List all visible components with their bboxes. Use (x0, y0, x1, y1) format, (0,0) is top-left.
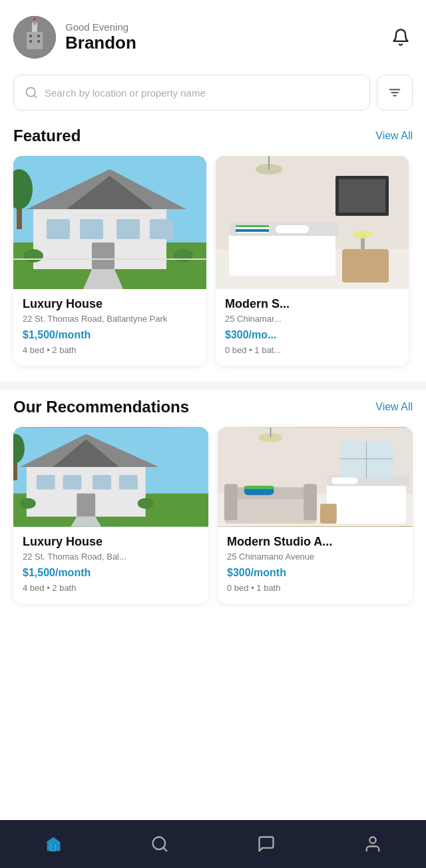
search-bar[interactable]: Search by location or property name (13, 75, 370, 111)
svg-rect-50 (37, 475, 55, 490)
notification-bell[interactable] (389, 25, 413, 49)
svg-rect-19 (47, 219, 70, 239)
svg-rect-2 (27, 32, 43, 49)
search-icon (25, 86, 38, 99)
filter-button[interactable] (377, 75, 413, 111)
featured-card-1-info: Luxury House 22 St. Thomas Road, Ballant… (13, 289, 206, 366)
rec-card-1-address: 22 St. Thomas Road, Bal... (23, 552, 199, 562)
svg-point-27 (23, 249, 43, 262)
recommendations-view-all[interactable]: View All (375, 401, 413, 413)
svg-rect-42 (342, 249, 389, 282)
rec-card-1[interactable]: Luxury House 22 St. Thomas Road, Bal... … (13, 427, 208, 604)
featured-title: Featured (13, 127, 81, 145)
svg-rect-5 (29, 40, 32, 43)
svg-rect-39 (236, 225, 269, 227)
profile-icon (363, 835, 382, 853)
featured-section-header: Featured View All (0, 121, 426, 156)
svg-rect-37 (276, 225, 309, 233)
featured-card-2-info: Modern S... 25 Chinamar... $300/mo... 0 … (216, 289, 409, 366)
svg-rect-41 (339, 179, 385, 213)
svg-rect-4 (37, 35, 40, 37)
message-icon (257, 835, 276, 853)
rec-card-1-title: Luxury House (23, 535, 199, 549)
featured-card-1[interactable]: Luxury House 22 St. Thomas Road, Ballant… (13, 156, 206, 366)
rec-card-2-details: 0 bed • 1 bath (227, 583, 403, 593)
recommendations-grid: Luxury House 22 St. Thomas Road, Bal... … (0, 427, 426, 670)
svg-point-44 (353, 230, 373, 238)
featured-card-1-title: Luxury House (23, 297, 197, 311)
svg-rect-51 (63, 475, 81, 490)
svg-rect-6 (37, 40, 40, 43)
svg-point-58 (20, 498, 36, 509)
svg-rect-76 (320, 504, 337, 524)
greeting-wrap: Good Evening Brandon (65, 21, 136, 53)
svg-rect-53 (119, 475, 138, 490)
svg-rect-70 (327, 480, 406, 524)
rec-card-1-price: $1,500/month (23, 567, 199, 579)
header: Good Evening Brandon (0, 0, 426, 69)
svg-line-10 (34, 95, 37, 98)
rec-card-1-image (13, 427, 208, 527)
svg-rect-67 (304, 484, 317, 520)
nav-profile[interactable] (320, 835, 426, 853)
featured-card-1-details: 4 bed • 2 bath (23, 345, 197, 355)
search-placeholder-text: Search by location or property name (45, 87, 206, 99)
featured-card-2-title: Modern S... (225, 297, 399, 311)
svg-rect-38 (236, 229, 269, 232)
search-nav-icon (150, 835, 169, 853)
bottom-nav (0, 820, 426, 868)
svg-line-78 (163, 847, 166, 851)
featured-card-2-image (216, 156, 409, 289)
featured-scroll: Luxury House 22 St. Thomas Road, Ballant… (0, 156, 426, 379)
svg-rect-34 (229, 229, 335, 276)
featured-card-2-details: 0 bed • 1 bat... (225, 345, 399, 355)
svg-rect-20 (80, 219, 103, 239)
svg-point-8 (33, 18, 36, 21)
home-icon (44, 835, 63, 853)
svg-rect-22 (150, 219, 173, 239)
filter-icon (387, 85, 402, 100)
rec-card-1-details: 4 bed • 2 bath (23, 583, 199, 593)
svg-point-79 (369, 837, 375, 843)
header-left: Good Evening Brandon (13, 16, 136, 59)
rec-card-2-info: Modern Studio A... 25 Chinamano Avenue $… (218, 527, 413, 604)
svg-rect-66 (224, 484, 238, 520)
svg-rect-3 (29, 35, 32, 37)
recommendations-title: Our Recommendations (13, 398, 189, 416)
svg-rect-54 (77, 494, 95, 517)
featured-view-all[interactable]: View All (375, 130, 413, 142)
nav-messages[interactable] (213, 835, 320, 853)
svg-point-28 (173, 249, 193, 262)
svg-rect-52 (93, 475, 111, 490)
svg-rect-23 (92, 242, 114, 269)
search-row: Search by location or property name (0, 69, 426, 121)
svg-rect-72 (331, 477, 358, 484)
featured-card-2-address: 25 Chinamar... (225, 314, 399, 324)
nav-search[interactable] (106, 835, 213, 853)
greeting-sub: Good Evening (65, 21, 136, 33)
nav-home[interactable] (0, 835, 106, 853)
svg-rect-69 (244, 486, 274, 489)
rec-card-2-price: $300/month (227, 567, 403, 579)
featured-card-2-price: $300/mo... (225, 329, 399, 341)
rec-card-2-title: Modern Studio A... (227, 535, 403, 549)
recommendations-section-header: Our Recommendations View All (0, 392, 426, 427)
svg-rect-21 (116, 219, 140, 239)
featured-card-2[interactable]: Modern S... 25 Chinamar... $300/mo... 0 … (216, 156, 409, 366)
section-separator (0, 382, 426, 390)
featured-card-1-price: $1,500/month (23, 329, 197, 341)
avatar[interactable] (13, 16, 56, 59)
rec-card-2-image (218, 427, 413, 527)
svg-point-59 (138, 498, 154, 509)
rec-card-2-address: 25 Chinamano Avenue (227, 552, 403, 562)
rec-card-2[interactable]: Modern Studio A... 25 Chinamano Avenue $… (218, 427, 413, 604)
rec-card-1-info: Luxury House 22 St. Thomas Road, Bal... … (13, 527, 208, 604)
greeting-name: Brandon (65, 33, 136, 53)
featured-card-1-image (13, 156, 206, 289)
featured-card-1-address: 22 St. Thomas Road, Ballantyne Park (23, 314, 197, 324)
